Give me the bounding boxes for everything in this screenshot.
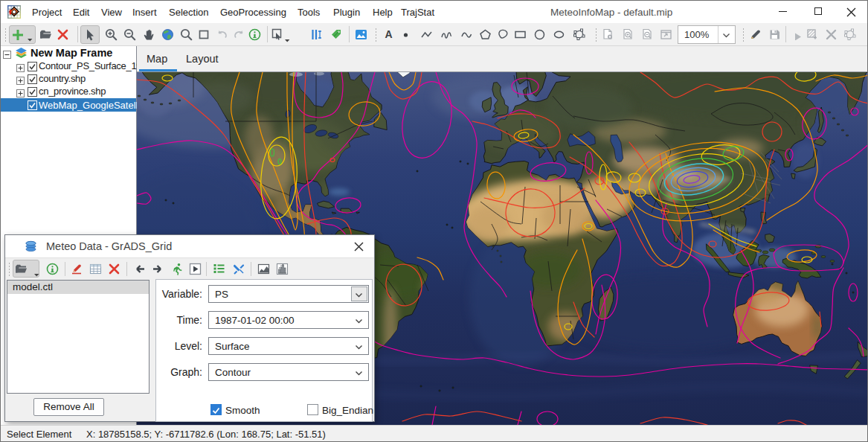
svg-text:A: A [385,28,392,40]
